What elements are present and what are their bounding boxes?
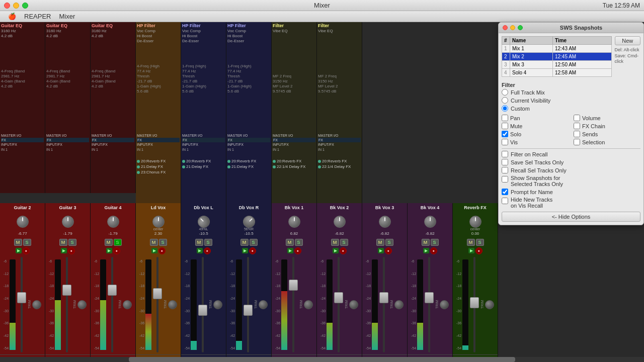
ms-buttons-guitar4[interactable]: M S — [91, 238, 135, 246]
knob-area-dbvoxr[interactable]: 56%R — [226, 213, 271, 231]
solo-button-guitar3[interactable]: S — [68, 239, 76, 246]
sws-minimize-button[interactable] — [510, 25, 515, 30]
fader-thumb-guitar3[interactable] — [62, 285, 71, 296]
checkbox-selection[interactable]: Selection — [574, 139, 640, 145]
fader-col-guitar2[interactable] — [17, 257, 27, 352]
radio-input-current-visibility[interactable] — [502, 97, 508, 104]
radio-current-visibility[interactable]: Current Visibility — [502, 97, 640, 104]
option-prompt-for-name[interactable]: Prompt for Name — [502, 189, 640, 195]
checkbox-input-solo[interactable] — [502, 131, 508, 137]
play-button-bkvox1[interactable]: ▶ — [287, 248, 293, 253]
fader-thumb-dbvoxl[interactable] — [198, 305, 207, 316]
checkbox-input-fx-chain[interactable] — [574, 123, 580, 129]
ms-buttons-bkvox4[interactable]: M S — [408, 238, 452, 246]
mute-button-guitar4[interactable]: M — [105, 239, 113, 246]
fader-thumb-ldvox[interactable] — [153, 288, 162, 299]
solo-button-bkvox3[interactable]: S — [385, 239, 393, 246]
minimize-button[interactable] — [13, 3, 19, 9]
fader-col-reverbfx[interactable] — [469, 257, 479, 352]
pan-knob-bkvox1[interactable] — [288, 216, 300, 228]
traffic-lights[interactable] — [4, 3, 28, 9]
ms-buttons-dbvoxr[interactable]: M S — [226, 238, 271, 246]
knob-area-bkvox4[interactable] — [408, 213, 452, 231]
checkbox-pan[interactable]: Pan — [502, 115, 569, 121]
trim-knob-dbvoxl[interactable] — [213, 300, 222, 309]
solo-button-bkvox1[interactable]: S — [295, 239, 303, 246]
radio-full-track-mix[interactable]: Full Track Mix — [502, 89, 640, 96]
solo-button-dbvoxl[interactable]: S — [204, 239, 212, 246]
option-input-recall-sel-tracks[interactable] — [502, 167, 508, 173]
rec-button-guitar4[interactable]: ● — [113, 247, 120, 254]
rec-button-reverbfx[interactable]: ● — [475, 247, 482, 254]
snapshot-name-1[interactable]: Mix 1 — [510, 45, 553, 53]
checkbox-input-mute[interactable] — [502, 123, 508, 129]
menu-mixer[interactable]: Mixer — [55, 13, 79, 20]
rec-play-ldvox[interactable]: ▶ ● — [136, 246, 181, 255]
trim-knob-bkvox4[interactable] — [440, 300, 449, 309]
close-button[interactable] — [4, 3, 10, 9]
knob-area-reverbfx[interactable]: center — [453, 213, 498, 231]
play-button-bkvox4[interactable]: ▶ — [423, 248, 429, 253]
fader-thumb-dbvoxr[interactable] — [244, 305, 253, 316]
fader-col-dbvoxr[interactable] — [243, 257, 253, 352]
play-button-bkvox3[interactable]: ▶ — [378, 248, 384, 253]
fader-col-bkvox1[interactable] — [288, 257, 298, 352]
checkbox-solo[interactable]: Solo — [502, 131, 569, 137]
menu-apple[interactable]: 🍎 — [4, 13, 20, 20]
checkbox-input-selection[interactable] — [574, 139, 580, 145]
mute-button-ldvox[interactable]: M — [150, 239, 158, 246]
solo-button-dbvoxr[interactable]: S — [250, 239, 258, 246]
rec-button-bkvox4[interactable]: ● — [430, 247, 437, 254]
mute-button-guitar2[interactable]: M — [14, 239, 22, 246]
ms-buttons-dbvoxl[interactable]: M S — [181, 238, 226, 246]
knob-area-dbvoxl[interactable]: 49%L — [181, 213, 226, 231]
snapshot-row-4[interactable]: 4 Solo 4 12:58 AM — [502, 69, 612, 77]
rec-button-guitar3[interactable]: ● — [68, 247, 75, 254]
fader-col-bkvox3[interactable] — [379, 257, 389, 352]
option-input-filter-on-recall[interactable] — [502, 151, 508, 157]
play-button-guitar2[interactable]: ▶ — [16, 248, 22, 253]
rec-button-bkvox2[interactable]: ● — [340, 247, 347, 254]
option-input-prompt-for-name[interactable] — [502, 189, 508, 195]
mute-button-dbvoxl[interactable]: M — [195, 239, 203, 246]
knob-area-guitar2[interactable] — [0, 213, 45, 231]
play-button-reverbfx[interactable]: ▶ — [468, 248, 474, 253]
rec-play-bkvox1[interactable]: ▶ ● — [272, 246, 316, 255]
pan-knob-bkvox2[interactable] — [334, 216, 346, 228]
snapshot-name-2[interactable]: Mix 2 — [510, 53, 553, 61]
rec-play-reverbfx[interactable]: ▶ ● — [453, 246, 498, 255]
solo-button-ldvox[interactable]: S — [159, 239, 167, 246]
rec-button-dbvoxr[interactable]: ● — [249, 247, 256, 254]
play-button-bkvox2[interactable]: ▶ — [333, 248, 339, 253]
snapshot-name-4[interactable]: Solo 4 — [510, 69, 553, 77]
knob-area-bkvox1[interactable] — [272, 213, 316, 231]
option-input-hide-new-tracks[interactable] — [502, 198, 508, 204]
play-button-guitar3[interactable]: ▶ — [61, 248, 67, 253]
sws-maximize-button[interactable] — [518, 25, 523, 30]
ms-buttons-reverbfx[interactable]: M S — [453, 238, 498, 246]
ms-buttons-bkvox3[interactable]: M S — [362, 238, 407, 246]
checkbox-input-sends[interactable] — [574, 131, 580, 137]
solo-button-bkvox2[interactable]: S — [340, 239, 348, 246]
hide-options-button[interactable]: <- Hide Options — [502, 212, 640, 222]
checkbox-sends[interactable]: Sends — [574, 131, 640, 137]
snapshot-row-3[interactable]: 3 Mix 3 12:50 AM — [502, 61, 612, 69]
mute-button-bkvox2[interactable]: M — [331, 239, 339, 246]
knob-area-guitar3[interactable] — [45, 213, 90, 231]
fader-thumb-reverbfx[interactable] — [470, 297, 479, 308]
option-recall-sel-tracks[interactable]: Recall Sel Tracks Only — [502, 167, 640, 173]
sws-traffic-lights[interactable] — [503, 25, 523, 30]
fader-col-dbvoxl[interactable] — [198, 257, 208, 352]
mute-button-reverbfx[interactable]: M — [467, 239, 475, 246]
fader-thumb-bkvox2[interactable] — [334, 292, 343, 303]
rec-button-bkvox3[interactable]: ● — [385, 247, 392, 254]
rec-play-guitar2[interactable]: ▶ ● — [0, 246, 45, 255]
ms-buttons-bkvox1[interactable]: M S — [272, 238, 316, 246]
pan-knob-reverbfx[interactable] — [469, 216, 481, 228]
solo-button-guitar2[interactable]: S — [23, 239, 31, 246]
pan-knob-bkvox3[interactable] — [379, 216, 391, 228]
play-button-guitar4[interactable]: ▶ — [106, 248, 112, 253]
pan-knob-guitar3[interactable] — [62, 216, 74, 228]
rec-button-bkvox1[interactable]: ● — [294, 247, 301, 254]
checkbox-volume[interactable]: Volume — [574, 115, 640, 121]
